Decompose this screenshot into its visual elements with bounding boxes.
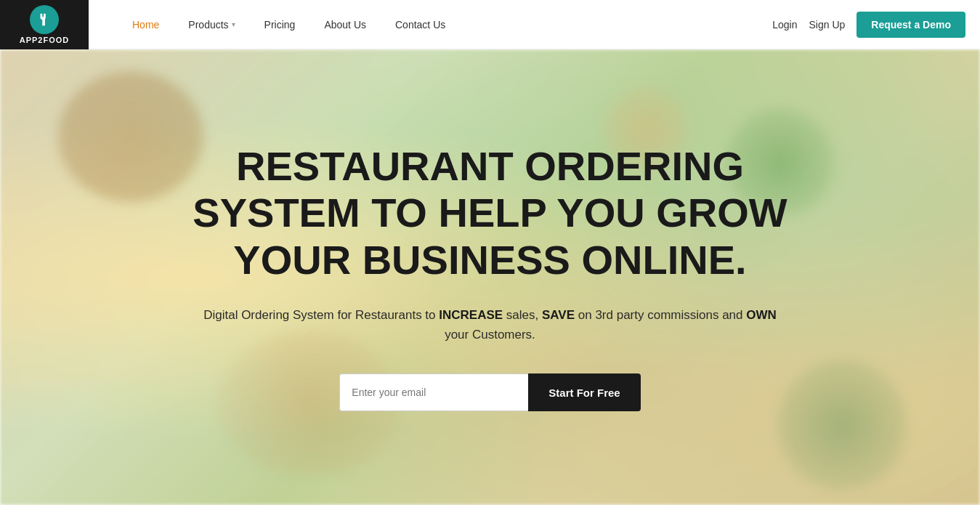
email-input[interactable] bbox=[339, 373, 528, 411]
demo-button[interactable]: Request a Demo bbox=[857, 12, 965, 38]
nav-products[interactable]: Products ▾ bbox=[174, 0, 249, 49]
chevron-down-icon: ▾ bbox=[232, 20, 235, 28]
hero-cta: Start For Free bbox=[193, 373, 788, 411]
nav-about[interactable]: About Us bbox=[309, 0, 381, 49]
fork-knife-icon bbox=[36, 12, 52, 28]
navbar: APP2FOOD Home Products ▾ Pricing About U… bbox=[0, 0, 980, 49]
nav-pricing[interactable]: Pricing bbox=[250, 0, 310, 49]
hero-content: RESTAURANT ORDERING SYSTEM TO HELP YOU G… bbox=[163, 143, 817, 412]
hero-subtitle: Digital Ordering System for Restaurants … bbox=[193, 305, 788, 344]
nav-links: Home Products ▾ Pricing About Us Contact… bbox=[118, 0, 772, 49]
hero-section: RESTAURANT ORDERING SYSTEM TO HELP YOU G… bbox=[0, 49, 980, 505]
nav-contact[interactable]: Contact Us bbox=[381, 0, 460, 49]
logo[interactable]: APP2FOOD bbox=[0, 0, 89, 49]
hero-title: RESTAURANT ORDERING SYSTEM TO HELP YOU G… bbox=[193, 143, 788, 283]
login-link[interactable]: Login bbox=[772, 19, 797, 31]
nav-right: Login Sign Up Request a Demo bbox=[772, 12, 965, 38]
start-button[interactable]: Start For Free bbox=[528, 373, 640, 411]
logo-text: APP2FOOD bbox=[20, 36, 70, 44]
logo-icon bbox=[30, 5, 59, 34]
signup-link[interactable]: Sign Up bbox=[809, 19, 845, 31]
nav-home[interactable]: Home bbox=[118, 0, 174, 49]
